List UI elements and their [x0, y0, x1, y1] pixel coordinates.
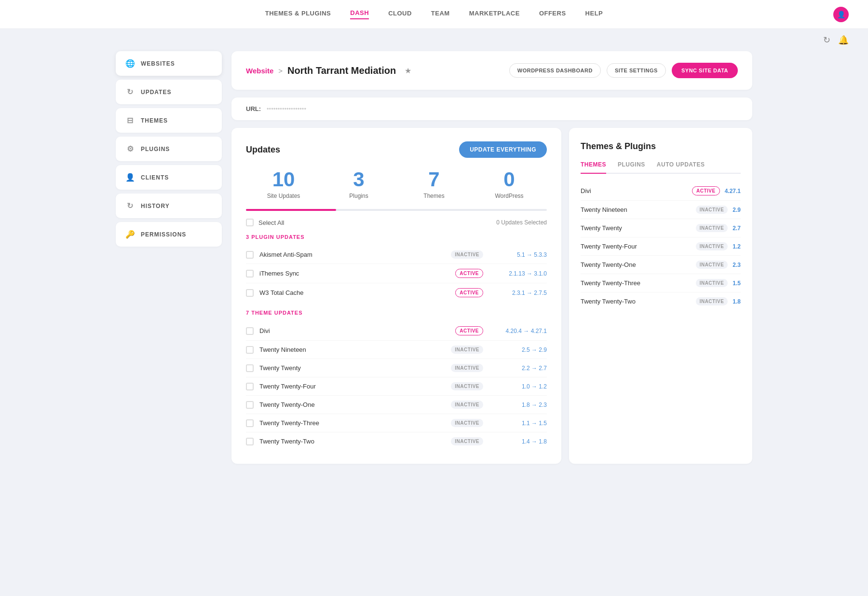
tp-theme-row: Twenty Twenty-One INACTIVE 2.3: [581, 256, 741, 274]
user-avatar[interactable]: 👤: [833, 7, 849, 22]
theme-update-row: Twenty Twenty-Three INACTIVE 1.1 → 1.5: [246, 414, 547, 432]
theme-name: Twenty Twenty-One: [259, 401, 445, 408]
nav-offers[interactable]: OFFERS: [539, 10, 566, 19]
theme-name: Twenty Twenty: [259, 364, 445, 372]
theme-status-badge: INACTIVE: [451, 382, 483, 390]
plugin-name: W3 Total Cache: [259, 289, 449, 296]
breadcrumb-link[interactable]: Website: [246, 67, 273, 75]
tp-theme-version: 1.5: [732, 280, 741, 287]
tab-auto-updates[interactable]: AUTO UPDATES: [657, 161, 705, 173]
stat-number-plugins: 3: [321, 169, 396, 190]
stat-label-themes: Themes: [396, 193, 472, 199]
sidebar-item-label: PLUGINS: [141, 146, 170, 152]
wordpress-dashboard-button[interactable]: WORDPRESS DASHBOARD: [509, 63, 601, 78]
sidebar-item-permissions[interactable]: 🔑 PERMISSIONS: [116, 222, 222, 247]
nav-help[interactable]: HELP: [585, 10, 603, 19]
update-everything-button[interactable]: UPDATE EVERYTHING: [459, 141, 547, 158]
tab-plugins[interactable]: PLUGINS: [618, 161, 645, 173]
site-settings-button[interactable]: SITE SETTINGS: [607, 63, 666, 78]
stat-number-site-updates: 10: [246, 169, 321, 190]
themes-plugins-title: Themes & Plugins: [581, 141, 741, 152]
plugin-update-row: Akismet Anti-Spam INACTIVE 5.1 → 5.3.3: [246, 246, 547, 264]
theme-status-badge: INACTIVE: [451, 364, 483, 372]
nav-themes-plugins[interactable]: THEMES & PLUGINS: [265, 10, 331, 19]
tp-theme-row: Twenty Twenty-Four INACTIVE 1.2: [581, 237, 741, 256]
sidebar-item-label: CLIENTS: [141, 174, 169, 181]
nav-cloud[interactable]: CLOUD: [388, 10, 412, 19]
header-actions: WORDPRESS DASHBOARD SITE SETTINGS SYNC S…: [509, 63, 738, 78]
plugin-update-row: iThemes Sync ACTIVE 2.1.13 → 3.1.0: [246, 264, 547, 283]
nav-team[interactable]: TEAM: [431, 10, 450, 19]
toolbar-row: ↻ 🔔: [0, 29, 868, 51]
tp-theme-row: Twenty Twenty-Two INACTIVE 1.8: [581, 292, 741, 310]
tp-theme-status-badge: INACTIVE: [696, 261, 728, 269]
theme-version-info: 1.4 → 1.8: [489, 438, 547, 445]
stat-number-themes: 7: [396, 169, 472, 190]
select-all-label[interactable]: Select All: [258, 219, 284, 226]
plugin-checkbox[interactable]: [246, 251, 254, 259]
tab-themes[interactable]: THEMES: [581, 161, 606, 174]
stats-row: 10 Site Updates 3 Plugins 7 Themes 0 Wor…: [246, 169, 547, 199]
theme-checkbox[interactable]: [246, 438, 254, 445]
notifications-button[interactable]: 🔔: [838, 35, 849, 45]
sidebar-item-label: WEBSITES: [141, 60, 175, 67]
theme-checkbox[interactable]: [246, 401, 254, 409]
tp-theme-status-badge: INACTIVE: [696, 224, 728, 232]
select-all-left: Select All: [246, 219, 284, 226]
sidebar-item-label: HISTORY: [141, 203, 170, 209]
theme-name: Divi: [259, 327, 449, 334]
favorite-icon[interactable]: ★: [405, 66, 411, 75]
sidebar-item-themes[interactable]: ⊟ THEMES: [116, 108, 222, 133]
tp-theme-name: Twenty Nineteen: [581, 206, 691, 213]
main-layout: 🌐 WEBSITES ↻ UPDATES ⊟ THEMES ⚙ PLUGINS …: [96, 51, 772, 483]
stat-label-plugins: Plugins: [321, 193, 396, 199]
plugin-status-badge: ACTIVE: [455, 269, 483, 278]
tp-theme-version: 2.7: [732, 225, 741, 232]
theme-checkbox[interactable]: [246, 383, 254, 390]
theme-status-badge: INACTIVE: [451, 419, 483, 427]
theme-checkbox[interactable]: [246, 364, 254, 372]
plugin-updates-section-label: 3 PLUGIN UPDATES: [246, 234, 547, 240]
globe-icon: 🌐: [125, 59, 135, 68]
theme-rows: Divi ACTIVE 4.20.4 → 4.27.1 Twenty Ninet…: [246, 321, 547, 450]
progress-bar-container: [246, 209, 547, 211]
updates-selected-count: 0 Updates Selected: [496, 219, 547, 226]
stat-site-updates: 10 Site Updates: [246, 169, 321, 199]
plugin-update-row: W3 Total Cache ACTIVE 2.3.1 → 2.7.5: [246, 283, 547, 302]
theme-status-badge: INACTIVE: [451, 346, 483, 354]
theme-name: Twenty Twenty-Four: [259, 383, 445, 390]
plugin-version-info: 5.1 → 5.3.3: [489, 251, 547, 258]
select-all-checkbox[interactable]: [246, 219, 254, 226]
sync-site-data-button[interactable]: SYNC SITE DATA: [672, 63, 738, 78]
refresh-button[interactable]: ↻: [823, 35, 830, 45]
updates-header: Updates UPDATE EVERYTHING: [246, 141, 547, 158]
plugin-checkbox[interactable]: [246, 289, 254, 297]
nav-right: 👤: [833, 7, 849, 22]
theme-checkbox[interactable]: [246, 327, 254, 335]
theme-version-info: 1.0 → 1.2: [489, 383, 547, 390]
sidebar-item-history[interactable]: ↻ HISTORY: [116, 194, 222, 218]
sidebar-item-plugins[interactable]: ⚙ PLUGINS: [116, 137, 222, 161]
theme-checkbox[interactable]: [246, 419, 254, 427]
tp-theme-row: Twenty Twenty-Three INACTIVE 1.5: [581, 274, 741, 292]
plugin-checkbox[interactable]: [246, 270, 254, 277]
select-all-row: Select All 0 Updates Selected: [246, 219, 547, 226]
tp-theme-version: 4.27.1: [725, 188, 741, 194]
nav-dash[interactable]: DASH: [350, 9, 369, 19]
theme-update-row: Twenty Twenty INACTIVE 2.2 → 2.7: [246, 359, 547, 377]
history-icon: ↻: [125, 201, 135, 210]
sidebar-item-websites[interactable]: 🌐 WEBSITES: [116, 51, 222, 76]
url-label: URL:: [246, 105, 261, 112]
stat-plugins: 3 Plugins: [321, 169, 396, 199]
theme-version-info: 1.8 → 2.3: [489, 402, 547, 408]
nav-marketplace[interactable]: MARKETPLACE: [469, 10, 520, 19]
sidebar-item-clients[interactable]: 👤 CLIENTS: [116, 165, 222, 190]
stat-wordpress: 0 WordPress: [472, 169, 547, 199]
clients-icon: 👤: [125, 173, 135, 182]
sidebar-item-updates[interactable]: ↻ UPDATES: [116, 80, 222, 104]
plugin-version-info: 2.1.13 → 3.1.0: [489, 270, 547, 277]
tabs-row: THEMES PLUGINS AUTO UPDATES: [581, 161, 741, 174]
plugin-status-badge: INACTIVE: [451, 250, 483, 259]
tp-theme-name: Twenty Twenty-One: [581, 261, 691, 268]
theme-checkbox[interactable]: [246, 346, 254, 354]
